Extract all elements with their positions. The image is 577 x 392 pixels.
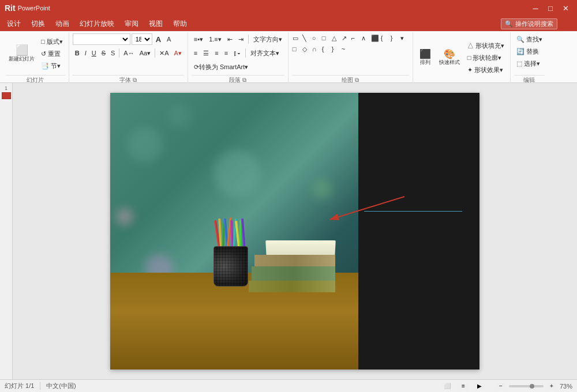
decrease-indent-button[interactable]: ⇤	[225, 33, 235, 45]
shape-wave-button[interactable]: ~	[341, 44, 350, 54]
shadow-button[interactable]: S	[108, 47, 117, 59]
shape-diamond-button[interactable]: ◇	[302, 44, 311, 54]
shape-brace-button[interactable]: {	[380, 33, 389, 43]
clear-format-button[interactable]: ✕A	[157, 47, 171, 59]
shape-brace3-button[interactable]: {	[321, 44, 331, 54]
reset-button[interactable]: ↺ 重置	[39, 48, 65, 59]
char-spacing-button[interactable]: A↔	[121, 47, 136, 59]
window-controls: ─ □ ✕	[529, 2, 572, 14]
maximize-button[interactable]: □	[544, 2, 557, 14]
menu-help[interactable]: 帮助	[168, 18, 192, 30]
slides-group: ⬜ 新建幻灯片 □ 版式▾ ↺ 重置 📑 节▾ 幻灯片	[2, 32, 69, 86]
zoom-slider[interactable]	[509, 385, 544, 387]
select-button[interactable]: ⬚ 选择▾	[514, 58, 542, 69]
shape-fill-button[interactable]: △ 形状填充▾	[465, 40, 507, 51]
text-direction-button[interactable]: 文字方向▾	[251, 33, 284, 45]
zoom-thumb	[530, 384, 534, 389]
italic-button[interactable]: I	[83, 47, 89, 59]
bullets-button[interactable]: ≡•▾	[192, 33, 205, 45]
font-size-select[interactable]: 18	[132, 33, 152, 45]
align-center-button[interactable]: ☰	[201, 47, 211, 59]
shape-brace4-button[interactable]: }	[331, 44, 340, 54]
font-family-select[interactable]	[73, 33, 130, 45]
normal-view-button[interactable]: ⬜	[441, 382, 453, 391]
shape-outline-button[interactable]: □ 形状轮廓▾	[465, 52, 507, 63]
menu-animation[interactable]: 动画	[51, 18, 74, 30]
decrease-font-button[interactable]: A	[164, 33, 173, 45]
replace-button[interactable]: 🔄 替换	[514, 46, 541, 57]
case-button[interactable]: Aa▾	[137, 47, 153, 59]
shape-line-button[interactable]: ╲	[302, 33, 311, 43]
slide-number: 1	[5, 85, 8, 91]
increase-font-button[interactable]: A	[153, 33, 163, 45]
slide-thumbnail[interactable]	[2, 92, 11, 99]
slide-canvas[interactable]	[110, 93, 479, 370]
slides-group-content: ⬜ 新建幻灯片 □ 版式▾ ↺ 重置 📑 节▾	[6, 33, 65, 74]
bold-button[interactable]: B	[73, 47, 82, 59]
font-group-content: 18 A A B I U S S A↔ Aa▾ ✕A A▾	[73, 33, 184, 74]
find-button[interactable]: 🔍 查找▾	[514, 33, 545, 45]
new-slide-button[interactable]: ⬜ 新建幻灯片	[6, 40, 38, 67]
numbering-button[interactable]: 1.≡▾	[207, 33, 224, 45]
slideshow-view-button[interactable]: ▶	[474, 382, 485, 391]
shape-bend-button[interactable]: ⌐	[351, 33, 360, 43]
shape-rect2-button[interactable]: □	[321, 33, 331, 43]
arrange-group: ⬛ 排列 🎨 快速样式 △ 形状填充▾ □ 形状轮廓▾ ✦ 形状效果▾	[413, 32, 511, 86]
font-color-button[interactable]: A▾	[172, 47, 184, 59]
shapes-expand-button[interactable]: ▾	[400, 33, 409, 43]
convert-smartart-button[interactable]: ⟳转换为 SmartArt▾	[192, 61, 250, 73]
quick-styles-button[interactable]: 🎨 快速样式	[436, 44, 463, 71]
quick-styles-label: 快速样式	[439, 59, 460, 66]
layout-button[interactable]: □ 版式▾	[39, 36, 65, 47]
zoom-out-button[interactable]: −	[495, 382, 507, 391]
close-button[interactable]: ✕	[559, 2, 572, 14]
shape-r2-button[interactable]: □	[292, 44, 301, 54]
svg-line-1	[329, 197, 404, 220]
shape-arch-button[interactable]: ∩	[312, 44, 321, 54]
arrange-icon: ⬛	[419, 50, 431, 59]
zoom-bar: − + 73%	[495, 382, 572, 391]
section-button[interactable]: 📑 节▾	[39, 60, 65, 71]
shape-more-button[interactable]: ⬛	[370, 33, 380, 43]
app-logo: Rit	[5, 3, 16, 13]
align-left-button[interactable]: ≡	[192, 47, 200, 59]
underline-button[interactable]: U	[89, 47, 99, 59]
shape-brace2-button[interactable]: }	[390, 33, 399, 43]
shape-tri-button[interactable]: △	[331, 33, 340, 43]
shape-rect-button[interactable]: ▭	[292, 33, 301, 43]
menu-design[interactable]: 设计	[2, 18, 25, 30]
align-text-button[interactable]: 对齐文本▾	[248, 47, 282, 59]
align-right-button[interactable]: ≡	[212, 47, 220, 59]
menu-switch[interactable]: 切换	[27, 18, 50, 30]
columns-button[interactable]: ⫿▾	[231, 47, 243, 59]
canvas-area[interactable]	[13, 83, 577, 379]
status-right: ⬜ ≡ ▶ − + 73%	[441, 382, 572, 391]
search-bar[interactable]: 🔍 操作说明搜索	[501, 18, 557, 29]
slide-info: 幻灯片 1/1	[5, 382, 34, 390]
menu-review[interactable]: 审阅	[120, 18, 143, 30]
arrange-group-content: ⬛ 排列 🎨 快速样式 △ 形状填充▾ □ 形状轮廓▾ ✦ 形状效果▾	[417, 33, 507, 82]
menu-view[interactable]: 视图	[144, 18, 167, 30]
strikethrough-button[interactable]: S	[99, 47, 108, 59]
zoom-level: 73%	[560, 383, 572, 390]
outline-view-button[interactable]: ≡	[458, 382, 469, 391]
increase-indent-button[interactable]: ⇥	[236, 33, 246, 45]
arrange-button[interactable]: ⬛ 排列	[417, 44, 434, 71]
shape-circle-button[interactable]: ○	[312, 33, 321, 43]
shape-curve-button[interactable]: ∧	[361, 33, 370, 43]
smartart-row: ⟳转换为 SmartArt▾	[192, 61, 250, 73]
slide-right-panel	[358, 93, 479, 370]
quick-styles-icon: 🎨	[444, 50, 455, 59]
shape-arrow-button[interactable]: ↗	[341, 33, 350, 43]
drawing-group: ▭ ╲ ○ □ △ ↗ ⌐ ∧ ⬛ { } ▾ □ ◇ ∩ {	[288, 32, 413, 86]
minimize-button[interactable]: ─	[529, 2, 542, 14]
menu-slideshow[interactable]: 幻灯片放映	[75, 18, 119, 30]
shapes-row1: ▭ ╲ ○ □ △ ↗ ⌐ ∧ ⬛ { } ▾	[292, 33, 409, 43]
search-label: 操作说明搜索	[515, 20, 553, 28]
paragraph-group-content: ≡•▾ 1.≡▾ ⇤ ⇥ 文字方向▾ ≡ ☰ ≡ ≡ ⫿▾ 对齐文本▾	[192, 33, 284, 74]
justify-button[interactable]: ≡	[222, 47, 230, 59]
shape-effect-button[interactable]: ✦ 形状效果▾	[465, 64, 507, 76]
zoom-in-button[interactable]: +	[546, 382, 557, 391]
language-info: 中文(中国)	[46, 382, 76, 390]
font-group: 18 A A B I U S S A↔ Aa▾ ✕A A▾	[69, 32, 188, 86]
